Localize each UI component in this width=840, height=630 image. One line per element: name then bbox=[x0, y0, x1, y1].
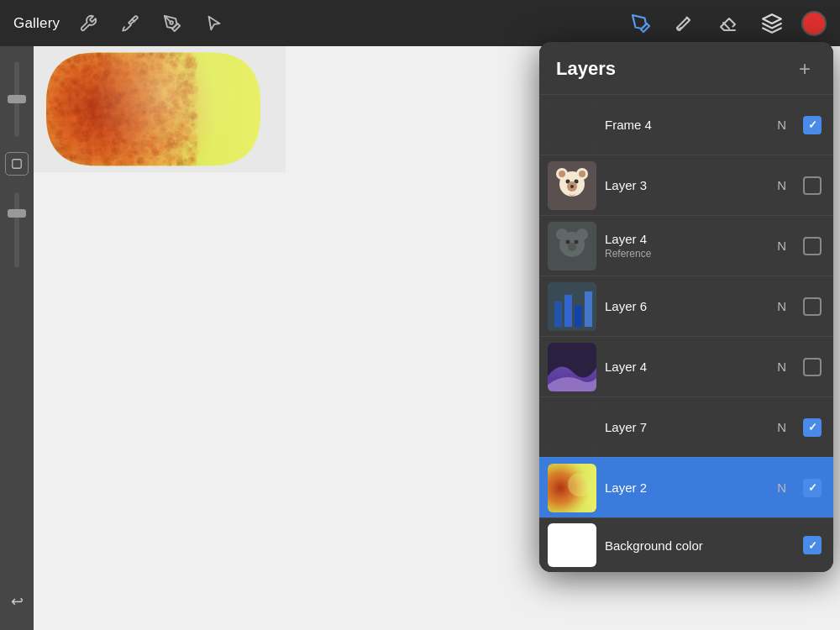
layer-row-layer3[interactable]: Layer 3N bbox=[539, 155, 833, 215]
layer-mode-frame4[interactable]: N bbox=[777, 118, 786, 132]
layer-name-layer4a: Layer 4 bbox=[605, 232, 769, 246]
wrench-icon[interactable] bbox=[75, 10, 102, 37]
layer-row-layer4a[interactable]: Layer 4ReferenceN bbox=[539, 215, 833, 276]
layers-list: Frame 4NLayer 3NLayer 4ReferenceNLayer 6… bbox=[539, 94, 833, 517]
layer-row-layer2[interactable]: Layer 2N bbox=[539, 457, 833, 517]
eraser-icon[interactable] bbox=[714, 9, 743, 38]
panel-caret bbox=[678, 42, 695, 44]
size-slider-track bbox=[14, 192, 19, 268]
layer-row-layer4b[interactable]: Layer 4N bbox=[539, 336, 833, 396]
layer-name-layer4b: Layer 4 bbox=[605, 360, 769, 374]
background-color-checkbox[interactable] bbox=[803, 536, 822, 554]
layer-row-layer6[interactable]: Layer 6N bbox=[539, 276, 833, 336]
layer-name-frame4: Frame 4 bbox=[605, 118, 769, 132]
size-box-icon[interactable] bbox=[5, 152, 29, 176]
opacity-slider-track bbox=[14, 61, 19, 137]
layer-thumb-layer2 bbox=[548, 464, 596, 512]
rocket-icon[interactable] bbox=[117, 10, 144, 37]
layer-thumb-frame4 bbox=[548, 101, 596, 150]
svg-marker-1 bbox=[763, 14, 781, 24]
undo-button[interactable]: ↩ bbox=[5, 590, 29, 613]
background-color-label: Background color bbox=[605, 538, 795, 553]
gallery-button[interactable]: Gallery bbox=[13, 15, 60, 32]
layer-mode-layer3[interactable]: N bbox=[777, 178, 786, 192]
header-right bbox=[627, 9, 827, 38]
layer-thumb-layer7 bbox=[548, 403, 596, 452]
layer-name-wrap-layer7: Layer 7 bbox=[605, 420, 769, 434]
layers-panel-icon[interactable] bbox=[758, 9, 786, 38]
layer-thumb-layer6 bbox=[548, 282, 596, 331]
layer-thumb-layer3 bbox=[548, 161, 596, 210]
layer-name-wrap-layer4b: Layer 4 bbox=[605, 360, 769, 374]
background-color-thumb bbox=[548, 523, 596, 567]
svg-point-0 bbox=[171, 21, 174, 24]
layer-mode-layer7[interactable]: N bbox=[777, 420, 786, 434]
layer-thumb-layer4a bbox=[548, 222, 596, 270]
layers-panel-title: Layers bbox=[556, 58, 616, 80]
layer-checkbox-layer4b[interactable] bbox=[803, 358, 822, 376]
layer-sub-layer4a: Reference bbox=[605, 248, 769, 260]
layer-row-frame4[interactable]: Frame 4N bbox=[539, 94, 833, 155]
layer-name-wrap-frame4: Frame 4 bbox=[605, 118, 769, 132]
layer-name-layer2: Layer 2 bbox=[605, 480, 769, 495]
layer-name-layer3: Layer 3 bbox=[605, 178, 769, 192]
layer-name-layer7: Layer 7 bbox=[605, 420, 769, 434]
layer-mode-layer4b[interactable]: N bbox=[777, 360, 786, 374]
add-layer-button[interactable]: + bbox=[791, 55, 818, 82]
cursor-icon[interactable] bbox=[201, 10, 228, 37]
header-bar: Gallery bbox=[0, 0, 840, 46]
color-picker-dot[interactable] bbox=[801, 11, 827, 36]
layer-checkbox-layer3[interactable] bbox=[803, 176, 822, 195]
layer-checkbox-layer6[interactable] bbox=[803, 297, 822, 316]
layers-panel-header: Layers + bbox=[539, 42, 833, 94]
layer-thumb-layer4b bbox=[548, 343, 596, 391]
layer-checkbox-layer2[interactable] bbox=[803, 479, 822, 497]
layer-checkbox-layer4a[interactable] bbox=[803, 237, 822, 255]
layer-row-layer7[interactable]: Layer 7N bbox=[539, 396, 833, 457]
layer-name-wrap-layer3: Layer 3 bbox=[605, 178, 769, 192]
layer-checkbox-layer7[interactable] bbox=[803, 418, 822, 437]
layer-name-wrap-layer2: Layer 2 bbox=[605, 480, 769, 495]
layer-mode-layer6[interactable]: N bbox=[777, 299, 786, 313]
left-sidebar: ↩ bbox=[0, 46, 34, 630]
layer-name-wrap-layer4a: Layer 4Reference bbox=[605, 232, 769, 260]
layers-panel: Layers + Frame 4NLayer 3NLayer 4Referenc… bbox=[539, 42, 833, 572]
pen-tool-icon[interactable] bbox=[627, 9, 655, 38]
svg-rect-2 bbox=[13, 160, 22, 169]
stylus-icon[interactable] bbox=[159, 10, 186, 37]
layer-checkbox-frame4[interactable] bbox=[803, 116, 822, 134]
opacity-slider-thumb[interactable] bbox=[8, 95, 26, 103]
layer-name-layer6: Layer 6 bbox=[605, 299, 769, 313]
drawing-canvas[interactable] bbox=[34, 46, 286, 172]
size-slider-thumb[interactable] bbox=[8, 209, 26, 218]
header-left: Gallery bbox=[13, 10, 228, 37]
layer-mode-layer2[interactable]: N bbox=[777, 480, 786, 495]
layer-name-wrap-layer6: Layer 6 bbox=[605, 299, 769, 313]
background-color-row[interactable]: Background color bbox=[539, 517, 833, 572]
layer-mode-layer4a[interactable]: N bbox=[777, 239, 786, 253]
brush-icon[interactable] bbox=[670, 9, 699, 38]
